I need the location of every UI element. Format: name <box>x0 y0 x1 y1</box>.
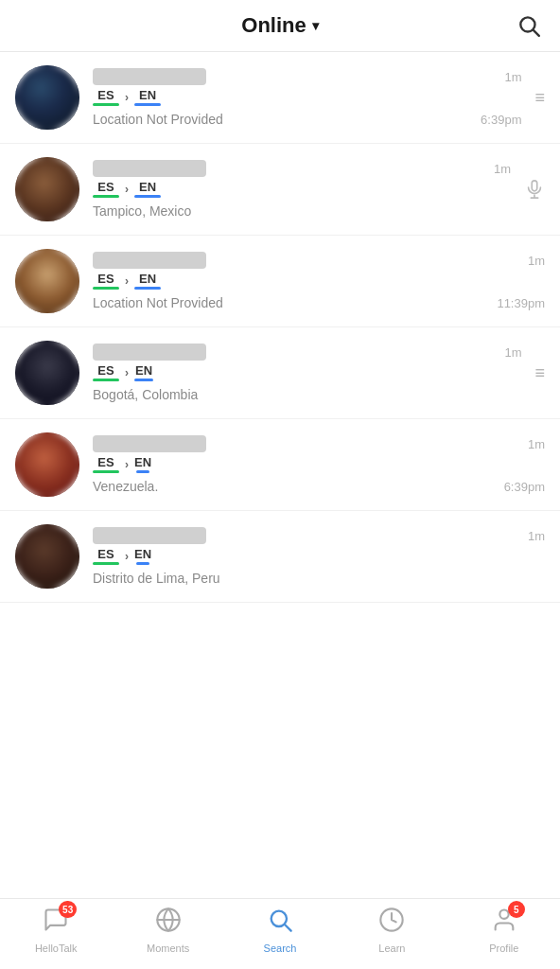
nav-item-hellotalk[interactable]: 53 HelloTalk <box>0 907 112 954</box>
nav-item-moments[interactable]: Moments <box>112 907 223 954</box>
user-info: 1m ES › EN Location Not Provided 6:39pm <box>93 68 521 127</box>
lang-row: ES › EN <box>93 364 521 381</box>
user-info: 1m ES › EN Tampico, Mexico <box>93 160 511 219</box>
avatar <box>15 432 79 497</box>
location-row: Location Not Provided 11:39pm <box>93 295 545 310</box>
user-item[interactable]: 1m ES › EN Distrito de Lima, Peru <box>0 511 560 603</box>
nav-label-search: Search <box>264 943 297 954</box>
user-info: 1m ES › EN Distrito de Lima, Peru <box>93 527 545 586</box>
lang-from-badge: ES <box>93 181 119 198</box>
lang-arrow-icon: › <box>125 458 129 471</box>
user-info: 1m ES › EN Venezuela. 6:39pm <box>93 435 545 494</box>
user-time-ago: 1m <box>528 437 545 451</box>
location-row: Tampico, Mexico <box>93 203 511 219</box>
user-list: 1m ES › EN Location Not Provided 6:39pm … <box>0 52 560 678</box>
user-action: ≡ <box>534 89 545 106</box>
lang-from-text: ES <box>97 273 114 285</box>
lang-arrow-icon: › <box>125 550 129 563</box>
location-text: Venezuela. <box>93 479 158 494</box>
menu-icon[interactable]: ≡ <box>534 89 545 106</box>
lang-from-badge: ES <box>93 89 119 106</box>
lang-row: ES › EN <box>93 456 545 473</box>
user-item[interactable]: 1m ES › EN Location Not Provided 6:39pm … <box>0 52 560 144</box>
lang-from-badge: ES <box>93 364 119 381</box>
user-item[interactable]: 1m ES › EN Venezuela. 6:39pm <box>0 419 560 511</box>
online-title-text: Online <box>241 13 306 38</box>
lang-to-badge: EN <box>134 364 153 381</box>
nav-label-learn: Learn <box>378 943 405 954</box>
lang-from-badge: ES <box>93 548 119 565</box>
lang-arrow-icon: › <box>125 91 129 104</box>
user-name <box>93 435 206 452</box>
user-item[interactable]: 1m ES › EN Bogotá, Colombia ≡ <box>0 327 560 419</box>
location-row: Venezuela. 6:39pm <box>93 479 545 494</box>
lang-arrow-icon: › <box>125 274 129 288</box>
location-row: Distrito de Lima, Peru <box>93 571 545 586</box>
location-text: Location Not Provided <box>93 112 223 127</box>
header-title[interactable]: Online ▾ <box>241 13 318 38</box>
lang-from-text: ES <box>97 181 114 193</box>
location-text: Tampico, Mexico <box>93 203 191 219</box>
lang-row: ES › EN <box>93 273 545 290</box>
nav-item-search[interactable]: Search <box>224 907 336 954</box>
lang-to-text: EN <box>139 181 156 193</box>
lang-from-bar <box>93 562 119 565</box>
hellotalk-icon: 53 <box>43 907 69 940</box>
menu-icon[interactable]: ≡ <box>534 364 545 381</box>
hellotalk-badge: 53 <box>59 901 77 918</box>
nav-item-profile[interactable]: 5 Profile <box>448 907 560 954</box>
lang-to-badge: EN <box>134 181 161 198</box>
nav-item-learn[interactable]: Learn <box>336 907 447 954</box>
lang-to-badge: EN <box>134 89 161 106</box>
lang-to-text: EN <box>135 364 152 377</box>
lang-to-badge: EN <box>134 456 151 473</box>
action-time: 11:39pm <box>497 296 545 310</box>
user-item[interactable]: 1m ES › EN Location Not Provided 11:39pm <box>0 236 560 327</box>
avatar <box>15 524 79 589</box>
lang-to-badge: EN <box>134 548 151 565</box>
avatar <box>15 65 79 130</box>
lang-to-text: EN <box>134 456 151 468</box>
dropdown-chevron[interactable]: ▾ <box>312 18 319 33</box>
lang-to-bar <box>134 287 161 290</box>
mic-icon <box>524 177 545 202</box>
location-text: Bogotá, Colombia <box>93 387 198 402</box>
lang-from-bar <box>93 103 119 106</box>
lang-to-bar <box>136 470 149 473</box>
lang-arrow-icon: › <box>125 183 129 196</box>
user-info: 1m ES › EN Bogotá, Colombia <box>93 344 521 402</box>
avatar <box>15 341 79 405</box>
lang-from-bar <box>93 287 119 290</box>
lang-from-badge: ES <box>93 273 119 290</box>
svg-point-10 <box>499 910 508 919</box>
moments-icon <box>155 907 182 940</box>
lang-to-text: EN <box>139 89 156 101</box>
lang-to-bar <box>136 562 149 565</box>
lang-from-bar <box>93 470 119 473</box>
location-text: Distrito de Lima, Peru <box>93 571 220 586</box>
location-row: Location Not Provided 6:39pm <box>93 112 521 127</box>
lang-to-bar <box>134 379 153 381</box>
user-item[interactable]: 1m ES › EN Tampico, Mexico <box>0 144 560 236</box>
user-name <box>93 68 206 85</box>
lang-to-bar <box>134 103 161 106</box>
profile-badge: 5 <box>508 901 525 918</box>
lang-to-text: EN <box>134 548 151 560</box>
lang-from-bar <box>93 379 119 381</box>
lang-from-text: ES <box>97 89 114 101</box>
header-search-button[interactable] <box>516 13 541 38</box>
lang-to-text: EN <box>139 273 156 285</box>
user-time-ago: 1m <box>528 254 545 268</box>
user-name <box>93 344 206 361</box>
learn-icon <box>378 907 405 940</box>
lang-to-badge: EN <box>134 273 161 290</box>
lang-arrow-icon: › <box>125 366 129 379</box>
lang-from-bar <box>93 195 119 198</box>
action-time: 6:39pm <box>504 480 545 494</box>
location-row: Bogotá, Colombia <box>93 387 521 402</box>
user-time-ago: 1m <box>494 162 511 176</box>
search-nav-icon <box>267 907 293 940</box>
user-time-ago: 1m <box>504 70 521 84</box>
lang-from-badge: ES <box>93 456 119 473</box>
nav-label-moments: Moments <box>147 943 189 954</box>
